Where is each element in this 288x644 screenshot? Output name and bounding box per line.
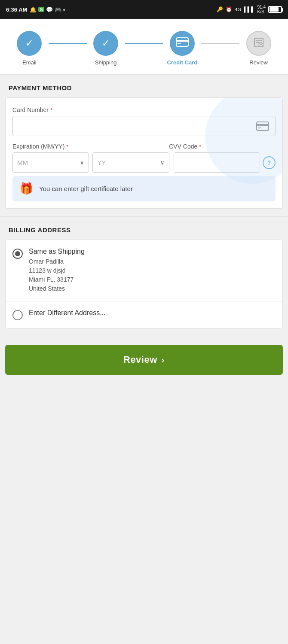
svg-rect-0 [176,38,188,46]
s-icon: S [38,7,44,12]
svg-rect-1 [176,40,188,42]
connector-1 [49,43,87,44]
billing-option-same[interactable]: Same as Shipping Omar Padilla 11123 w dj… [6,240,282,301]
card-number-label: Card Number * [12,106,276,113]
step-label-review: Review [249,59,268,66]
card-number-input[interactable] [13,116,250,136]
addr-line-4: United States [29,284,85,293]
key-icon: 🔑 [217,6,223,12]
gap-2 [0,328,288,336]
addr-line-2: 11123 w djsjd [29,266,85,275]
addr-line-3: Miami FL, 33177 [29,275,85,284]
cvv-input[interactable] [174,153,260,172]
card-number-required: * [50,107,52,113]
billing-same-label: Same as Shipping [29,248,85,255]
svg-rect-10 [257,124,269,126]
step-review: Review [239,31,278,66]
review-icon [253,36,265,51]
step-label-email: Email [22,59,37,66]
battery-indicator: 35 [268,6,282,13]
cvv-input-wrap[interactable] [174,152,260,173]
connector-2 [125,43,163,44]
billing-different-label: Enter Different Address... [29,309,105,317]
cvv-required: * [199,143,201,150]
billing-address-card: Same as Shipping Omar Padilla 11123 w dj… [5,240,283,328]
month-value: MM [17,159,28,166]
year-chevron-icon: ∨ [160,159,165,166]
svg-rect-2 [178,43,181,44]
check-icon-shipping: ✓ [102,38,110,49]
billing-section-header: BILLING ADDRESS [0,217,288,240]
gift-certificate-notice: 🎁 You can enter gift certificate later [12,176,276,201]
radio-same-shipping[interactable] [12,249,23,259]
review-arrow-icon: › [162,355,165,365]
game-icon: 🎮 [55,6,61,13]
alarm-icon: ⏰ [226,6,232,12]
svg-rect-11 [258,128,261,128]
billing-same-text: Same as Shipping Omar Padilla 11123 w dj… [29,248,85,293]
expiry-group: MM ∨ YY ∨ [12,152,169,173]
cvv-label: CVV Code * [169,143,276,150]
signal-bars: ▌▌▌ [244,6,255,12]
step-circle-email: ✓ [17,31,42,56]
notification-icons: 🔔 S 💬 🎮 • [30,6,65,13]
payment-form-card: Card Number * Expiration (MM/YY) * CVV C… [5,97,283,209]
status-bar: 6:36 AM 🔔 S 💬 🎮 • 🔑 ⏰ 4G ▌▌▌ 91.4K/S 35 [0,0,288,19]
status-icons: 🔑 ⏰ 4G ▌▌▌ 91.4K/S 35 [217,5,282,14]
step-credit-card: Credit Card [163,31,201,66]
time-display: 6:36 AM [6,6,27,13]
dot-icon: • [63,6,65,13]
step-label-shipping: Shipping [95,59,117,66]
review-button-wrap: Review › [0,336,288,388]
step-label-credit-card: Credit Card [167,59,197,66]
billing-address-lines: Omar Padilla 11123 w djsjd Miami FL, 331… [29,257,85,293]
gift-icon: 🎁 [19,182,33,195]
radio-different-address[interactable] [12,310,23,320]
data-speed: 91.4K/S [257,5,266,14]
card-number-input-wrap[interactable] [12,116,276,136]
step-circle-credit-card [170,31,195,56]
bell-icon: 🔔 [30,6,37,13]
expiry-cvv-inputs: MM ∨ YY ∨ ? [12,152,276,173]
payment-section-header: PAYMENT METHOD [0,75,288,97]
check-icon-email: ✓ [25,38,33,49]
review-button[interactable]: Review › [5,345,283,375]
gift-cert-text: You can enter gift certificate later [39,185,133,192]
billing-option-different[interactable]: Enter Different Address... [6,301,282,328]
credit-card-icon [176,37,189,49]
step-email: ✓ Email [10,31,49,66]
status-time: 6:36 AM 🔔 S 💬 🎮 • [6,6,65,13]
step-circle-shipping: ✓ [93,31,118,56]
cvv-group: ? [174,152,276,173]
month-chevron-icon: ∨ [80,159,84,166]
expiration-label: Expiration (MM/YY) * [12,143,165,150]
gap-1 [0,209,288,216]
battery-level: 35 [270,7,282,12]
month-select[interactable]: MM ∨ [12,152,89,173]
addr-line-1: Omar Padilla [29,257,85,266]
messenger-icon: 💬 [46,6,53,13]
step-circle-review [246,31,271,56]
battery-cap [282,8,283,12]
card-chip-icon [250,116,275,136]
review-button-label: Review [123,354,157,365]
connector-3 [201,43,239,44]
year-select[interactable]: YY ∨ [92,152,169,173]
expiry-cvv-labels: Expiration (MM/YY) * CVV Code * [12,143,276,150]
radio-inner-same [15,251,20,256]
signal-text: 4G [235,7,241,12]
cvv-help-icon[interactable]: ? [263,156,276,169]
expiration-required: * [66,143,68,150]
checkout-progress: ✓ Email ✓ Shipping [0,19,288,74]
billing-different-text: Enter Different Address... [29,309,105,319]
step-shipping: ✓ Shipping [87,31,125,66]
svg-rect-9 [257,122,269,131]
year-value: YY [97,159,106,166]
